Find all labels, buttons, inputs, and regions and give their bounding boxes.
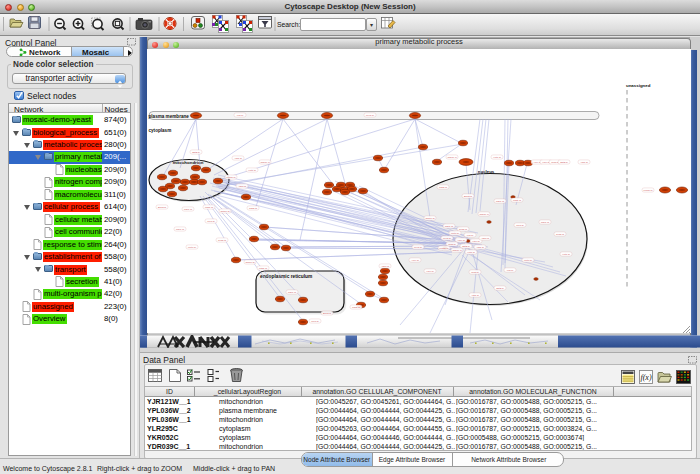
svg-text:Pdc1-al: Pdc1-al <box>176 228 185 231</box>
svg-text:Adh1-al: Adh1-al <box>238 185 247 188</box>
svg-text:Fba1-al: Fba1-al <box>513 199 522 202</box>
svg-text:His4-al: His4-al <box>472 240 480 243</box>
svg-text:Hxt7-al: Hxt7-al <box>562 253 570 256</box>
svg-text:Trp5-al: Trp5-al <box>448 243 456 246</box>
svg-text:Sst2-al: Sst2-al <box>496 287 504 290</box>
svg-text:Gpm1-al: Gpm1-al <box>425 217 435 220</box>
svg-text:Ilv5-al: Ilv5-al <box>467 234 474 237</box>
svg-text:Cys3-al: Cys3-al <box>218 239 227 242</box>
svg-text:Abf1-al: Abf1-al <box>580 161 588 164</box>
svg-text:Pdc1-al: Pdc1-al <box>445 225 454 228</box>
svg-text:Cys3-al: Cys3-al <box>556 233 565 236</box>
svg-text:Hxt7-al: Hxt7-al <box>493 156 501 159</box>
svg-text:Aro4-al: Aro4-al <box>411 259 419 262</box>
svg-text:Aro4-al: Aro4-al <box>457 239 465 242</box>
svg-text:His4-al: His4-al <box>426 270 434 273</box>
svg-text:Eno2-al: Eno2-al <box>464 195 473 198</box>
svg-text:Leu1-al: Leu1-al <box>443 237 451 240</box>
svg-text:Ilv5-al: Ilv5-al <box>237 114 244 117</box>
svg-text:Fba1-al: Fba1-al <box>259 267 268 270</box>
svg-text:Cys3-al: Cys3-al <box>459 228 468 231</box>
svg-text:Cdc19-a: Cdc19-a <box>447 156 457 159</box>
svg-text:Pgk1-al: Pgk1-al <box>184 208 193 211</box>
svg-text:Tpi1-al: Tpi1-al <box>311 320 319 323</box>
svg-text:Adh1-al: Adh1-al <box>381 265 390 268</box>
svg-text:Gpm1-al: Gpm1-al <box>220 210 230 213</box>
svg-text:Tdh3-al: Tdh3-al <box>352 306 361 309</box>
svg-text:Leu1-al: Leu1-al <box>366 114 374 117</box>
svg-text:Fba1-al: Fba1-al <box>205 206 214 209</box>
svg-text:mitochondrion: mitochondrion <box>173 160 204 165</box>
svg-text:Hxt7-al: Hxt7-al <box>467 251 475 254</box>
svg-text:Abf1-al: Abf1-al <box>471 294 479 297</box>
svg-text:Adh1-al: Adh1-al <box>481 237 490 240</box>
svg-text:Pma1-al: Pma1-al <box>227 176 236 179</box>
svg-text:Sst2-al: Sst2-al <box>192 151 200 154</box>
svg-text:Pgk1-al: Pgk1-al <box>288 291 297 294</box>
svg-text:Eno2-al: Eno2-al <box>158 206 167 209</box>
svg-text:Abf1-al: Abf1-al <box>476 246 484 249</box>
svg-text:Met6-al: Met6-al <box>451 232 459 235</box>
svg-text:Pma1-al: Pma1-al <box>644 189 653 192</box>
svg-text:Pgk1-al: Pgk1-al <box>496 200 505 203</box>
svg-text:Pdc1-al: Pdc1-al <box>541 221 550 224</box>
svg-text:Sst2-al: Sst2-al <box>560 161 568 164</box>
svg-text:Eno2-al: Eno2-al <box>323 312 332 315</box>
svg-text:Ilv5-al: Ilv5-al <box>507 269 514 272</box>
svg-text:Tdh3-al: Tdh3-al <box>249 207 258 210</box>
svg-text:Tpi1-al: Tpi1-al <box>207 220 215 223</box>
svg-text:cytoplasm: cytoplasm <box>149 128 172 133</box>
svg-text:Trp5-al: Trp5-al <box>471 271 479 274</box>
svg-text:Tdh3-al: Tdh3-al <box>439 186 448 189</box>
svg-text:Cdc19-a: Cdc19-a <box>479 213 489 216</box>
svg-text:Sst2-al: Sst2-al <box>462 245 470 248</box>
svg-text:Leu1-al: Leu1-al <box>414 246 422 249</box>
svg-text:Tpi1-al: Tpi1-al <box>516 224 524 227</box>
svg-text:Hxt7-al: Hxt7-al <box>248 169 256 172</box>
svg-text:Gpm1-al: Gpm1-al <box>245 261 255 264</box>
svg-text:Cdc19-a: Cdc19-a <box>260 161 270 164</box>
svg-text:Abf1-al: Abf1-al <box>234 157 242 160</box>
svg-text:Met6-al: Met6-al <box>524 259 532 262</box>
svg-text:f(x): f(x) <box>640 373 651 382</box>
svg-text:plasma membrane: plasma membrane <box>149 114 190 119</box>
svg-text:Met6-al: Met6-al <box>188 246 196 249</box>
svg-text:Pma1-al: Pma1-al <box>440 247 449 250</box>
svg-text:Cdc19-a: Cdc19-a <box>452 249 462 252</box>
svg-text:unassigned: unassigned <box>626 83 651 88</box>
